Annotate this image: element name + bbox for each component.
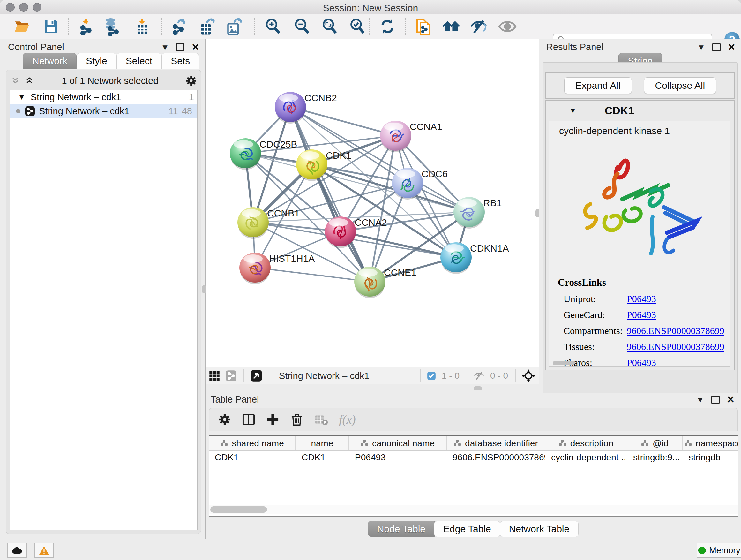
memory-button[interactable]: Memory (697, 543, 741, 558)
export-table-button[interactable] (197, 17, 216, 36)
left-splitter-handle[interactable] (202, 285, 206, 294)
column-header-namespace[interactable]: namespace (683, 436, 738, 450)
network-view-canvas[interactable]: CCNB2CCNA1CDC25BCDK1CDC6RB1CCNB1CCNA2CDK… (205, 39, 539, 367)
column-header-canonical-name[interactable]: canonical name (349, 436, 447, 450)
table-horizontal-scrollbar[interactable] (209, 505, 738, 514)
panel-menu-icon[interactable]: ▼ (161, 43, 169, 51)
refresh-button[interactable] (378, 17, 397, 36)
splitter-handle[interactable] (474, 386, 482, 390)
crosslink-link[interactable]: P06493 (627, 294, 656, 304)
crosslink-link[interactable]: 9606.ENSP00000378699 (627, 325, 724, 336)
crosshair-icon[interactable] (522, 369, 535, 382)
column-header-database-identifier[interactable]: database identifier (447, 436, 545, 450)
tab-network-table[interactable]: Network Table (500, 521, 579, 537)
close-panel-icon[interactable]: ✕ (727, 394, 735, 405)
node-CCNA1[interactable] (380, 121, 411, 152)
table-cell[interactable]: stringdb:9... (627, 452, 683, 462)
string-network-graph[interactable]: CCNB2CCNA1CDC25BCDK1CDC6RB1CCNB1CCNA2CDK… (205, 39, 539, 367)
collapse-triangle-icon[interactable]: ▼ (18, 92, 25, 102)
show-all-button[interactable] (498, 17, 517, 36)
table-settings-gear-icon[interactable] (218, 413, 231, 426)
edge-HIST1H1A-CCNE1[interactable] (255, 267, 370, 282)
column-header-name[interactable]: name (296, 436, 349, 450)
node-CCNB1[interactable] (238, 207, 269, 239)
birdseye-icon[interactable] (250, 370, 262, 382)
node-CDC25B[interactable] (230, 138, 261, 170)
show-columns-icon[interactable] (242, 413, 255, 426)
node-CDC6[interactable] (392, 168, 423, 199)
table-cell[interactable]: cyclin-dependent ... (545, 452, 627, 462)
crosslink-link[interactable]: P06493 (627, 309, 656, 320)
string-documents-button[interactable] (414, 17, 433, 36)
expand-all-icon[interactable] (24, 76, 35, 85)
import-network-database-button[interactable] (103, 17, 122, 36)
panel-menu-icon[interactable]: ▼ (696, 395, 704, 404)
float-panel-icon[interactable] (711, 395, 720, 404)
column-header-shared-name[interactable]: shared name (209, 436, 296, 450)
tab-edge-table[interactable]: Edge Table (434, 521, 500, 537)
create-column-icon[interactable] (266, 413, 280, 426)
share-view-icon[interactable] (225, 370, 237, 381)
zoom-selected-button[interactable] (348, 17, 367, 36)
tab-sets[interactable]: Sets (161, 53, 199, 69)
delete-table-icon[interactable] (314, 413, 328, 426)
function-builder-icon[interactable]: f(x) (339, 413, 356, 427)
export-image-button[interactable] (224, 17, 243, 36)
column-header-description[interactable]: description (545, 436, 627, 450)
import-table-button[interactable] (132, 17, 151, 36)
grid-view-icon[interactable] (209, 370, 220, 381)
node-CDKN1A[interactable] (441, 242, 472, 274)
panel-menu-icon[interactable]: ▼ (697, 43, 705, 51)
tab-network[interactable]: Network (23, 53, 77, 69)
zoom-fit-button[interactable] (320, 17, 340, 36)
node-CCNB2[interactable] (275, 92, 306, 124)
network-row[interactable]: String Network – cdk1 11 48 (10, 104, 197, 118)
table-cell[interactable]: 9606.ENSP00000378699 (447, 452, 545, 462)
selected-checkbox[interactable] (427, 371, 436, 380)
collapse-all-icon[interactable] (10, 76, 21, 85)
results-scrollbar[interactable] (553, 361, 575, 365)
tab-node-table[interactable]: Node Table (368, 521, 434, 537)
edge-CCNA2-CDKN1A[interactable] (340, 232, 456, 257)
tab-select[interactable]: Select (117, 53, 161, 69)
import-network-file-button[interactable] (77, 17, 96, 36)
collapse-all-button[interactable]: Collapse All (644, 77, 717, 94)
zoom-in-button[interactable] (264, 17, 283, 36)
tab-style[interactable]: Style (77, 53, 117, 69)
hidden-eye-icon[interactable] (474, 370, 484, 381)
hide-selected-button[interactable] (469, 17, 488, 36)
node-HIST1H1A[interactable] (239, 253, 271, 284)
table-cell[interactable]: P06493 (349, 452, 447, 462)
network-collection-row[interactable]: ▼ String Network – cdk1 1 (10, 90, 197, 104)
node-CCNE1[interactable] (354, 266, 386, 298)
eye-slash-icon (469, 17, 488, 36)
table-cell[interactable]: stringdb (683, 452, 738, 462)
table-cell[interactable]: CDK1 (209, 452, 296, 462)
crosslink-link[interactable]: 9606.ENSP00000378699 (627, 341, 724, 352)
warning-button[interactable] (34, 543, 54, 558)
open-session-button[interactable] (13, 17, 32, 36)
table-cell[interactable]: CDK1 (296, 452, 349, 462)
collapse-triangle-icon[interactable]: ▼ (569, 106, 577, 115)
delete-column-icon[interactable] (290, 413, 303, 426)
gene-section-header[interactable]: ▼ CDK1 (546, 101, 734, 120)
node-RB1[interactable] (454, 197, 485, 229)
close-panel-icon[interactable]: ✕ (192, 42, 199, 53)
table-row[interactable]: CDK1CDK1P064939606.ENSP00000378699cyclin… (209, 451, 738, 464)
node-CDK1[interactable] (296, 149, 327, 181)
import-table-icon (133, 17, 151, 36)
float-panel-icon[interactable] (712, 43, 721, 51)
network-options-gear-icon[interactable] (185, 75, 197, 86)
zoom-out-button[interactable] (293, 17, 312, 36)
node-CCNA2[interactable] (325, 216, 356, 248)
save-session-button[interactable] (42, 17, 61, 36)
float-panel-icon[interactable] (176, 43, 185, 51)
scrollbar-thumb[interactable] (210, 506, 267, 513)
expand-all-button[interactable]: Expand All (564, 77, 632, 94)
home-button[interactable] (442, 17, 461, 36)
crosslink-link[interactable]: P06493 (627, 357, 656, 368)
column-header--id[interactable]: @id (627, 436, 683, 450)
export-network-button[interactable] (170, 17, 189, 36)
close-panel-icon[interactable]: ✕ (728, 42, 736, 53)
cloud-status-button[interactable] (7, 543, 27, 558)
